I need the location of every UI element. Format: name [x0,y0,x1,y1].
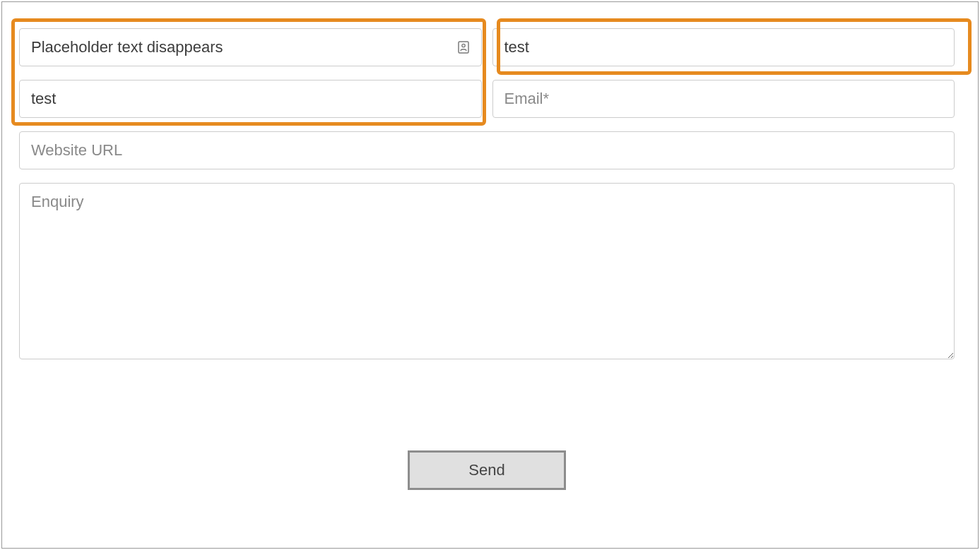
surname-input[interactable] [492,28,955,66]
website-url-input[interactable] [19,131,955,169]
send-button[interactable]: Send [408,450,566,490]
phone-input[interactable] [19,80,482,118]
email-input[interactable] [492,80,955,118]
enquiry-textarea[interactable] [19,183,955,359]
name-input[interactable] [19,28,482,66]
form-frame: Send [1,1,979,549]
contact-form: Send [19,28,955,490]
